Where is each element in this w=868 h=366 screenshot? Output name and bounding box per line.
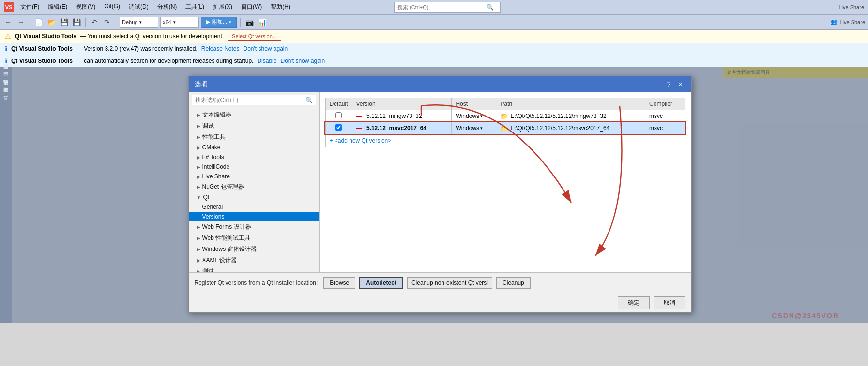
ok-button[interactable]: 确定 xyxy=(618,296,650,309)
run-dropdown-icon: ▾ xyxy=(229,20,231,25)
sidebar-tab-search[interactable]: 搜索 xyxy=(1,77,11,85)
sidebar-tab-run[interactable]: 运行和调试 xyxy=(1,92,11,100)
run-label: 附加... xyxy=(212,18,227,26)
release-notes-link[interactable]: Release Notes xyxy=(201,45,240,52)
toolbar-redo[interactable]: ↷ xyxy=(102,17,112,28)
sidebar-tab-git[interactable]: 源代码管理 xyxy=(1,85,11,92)
title-search-input[interactable] xyxy=(397,4,485,10)
live-share-toolbar[interactable]: 👥 Live Share xyxy=(831,19,865,25)
menu-debug[interactable]: 调试(D) xyxy=(125,2,152,12)
row2-version-label: 5.12.12_msvc2017_64 xyxy=(366,125,426,132)
run-button[interactable]: ▶ 附加... ▾ xyxy=(201,17,237,28)
cancel-button[interactable]: 取消 xyxy=(654,296,685,309)
notification-warning: ⚠ Qt Visual Studio Tools — You must sele… xyxy=(0,30,868,43)
dialog-help-button[interactable]: ? xyxy=(664,79,674,89)
toolbar-platform-dropdown[interactable]: x64 ▾ xyxy=(160,17,199,28)
cleanup-nonexistent-button[interactable]: Cleanup non-existent Qt versi xyxy=(407,277,492,289)
notif3-text: — can automatically search for developme… xyxy=(76,58,254,64)
tree-item-winforms[interactable]: ▶ Windows 窗体设计器 xyxy=(189,244,319,255)
folder-icon-1: 📁 xyxy=(500,112,508,120)
row1-path-value: E:\Qt\Qt5.12.12\5.12.12\mingw73_32 xyxy=(510,113,606,119)
tree-item-nuget[interactable]: ▶ NuGet 包管理器 xyxy=(189,181,319,192)
chevron-host1-icon[interactable]: ▾ xyxy=(480,114,483,118)
browse-button[interactable]: Browse xyxy=(323,277,355,289)
toolbar-forward[interactable]: → xyxy=(15,17,26,28)
tree-item-intellicode[interactable]: ▶ IntelliCode xyxy=(189,162,319,172)
menu-extensions[interactable]: 扩展(X) xyxy=(209,2,236,12)
menu-edit[interactable]: 编辑(E) xyxy=(44,2,71,12)
menu-git[interactable]: Git(G) xyxy=(100,2,124,12)
toolbar-config-dropdown[interactable]: Debug ▾ xyxy=(120,17,158,28)
select-qt-version-link[interactable]: Select Qt version... xyxy=(228,32,281,41)
toolbar-save[interactable]: 💾 xyxy=(59,17,69,28)
toolbar-back[interactable]: ← xyxy=(3,17,14,28)
autodetect-button[interactable]: Autodetect xyxy=(359,277,403,289)
row2-default-cell[interactable] xyxy=(325,122,352,134)
tree-search-box[interactable]: 🔍 xyxy=(192,95,316,105)
arrow-icon-13: ▶ xyxy=(197,258,200,263)
live-share-label[interactable]: Live Share xyxy=(838,4,864,10)
toolbar-sep3 xyxy=(116,18,116,27)
toolbar-open[interactable]: 📂 xyxy=(46,17,57,28)
notif2-text: — Version 3.2.0 (rev.47) was recently in… xyxy=(76,45,198,52)
sidebar-tab-explorer[interactable]: 资源管理器 xyxy=(1,69,11,77)
toolbar-undo[interactable]: ↶ xyxy=(89,17,100,28)
sidebar-tab-tools[interactable]: 工具 xyxy=(1,100,11,108)
tree-item-cmake[interactable]: ▶ CMake xyxy=(189,143,319,152)
menu-help[interactable]: 帮助(H) xyxy=(267,2,294,12)
col-header-compiler: Compiler xyxy=(645,98,685,110)
arrow-icon-12: ▶ xyxy=(197,247,200,252)
toolbar-sep1 xyxy=(30,18,30,27)
row2-default-checkbox[interactable] xyxy=(335,124,342,131)
tree-item-text-editor[interactable]: ▶ 文本编辑器 xyxy=(189,109,319,120)
chevron-host2-icon[interactable]: ▾ xyxy=(480,126,483,131)
dont-show-again-link-1[interactable]: Don't show again xyxy=(244,45,288,52)
dont-show-again-link-2[interactable]: Don't show again xyxy=(280,58,325,64)
dialog-title-bar: 选项 ? × xyxy=(189,76,691,92)
menu-view[interactable]: 视图(V) xyxy=(72,2,99,12)
tree-item-qt[interactable]: ▼ Qt xyxy=(189,192,319,202)
tree-search-input[interactable] xyxy=(195,97,304,103)
tree-item-debug[interactable]: ▶ 调试 xyxy=(189,120,319,132)
cleanup-button[interactable]: Cleanup xyxy=(496,277,531,289)
tree-item-test[interactable]: ▶ 测试 xyxy=(189,266,319,272)
menu-window[interactable]: 窗口(W) xyxy=(237,2,266,12)
tree-item-xaml[interactable]: ▶ XAML 设计器 xyxy=(189,255,319,266)
disable-link[interactable]: Disable xyxy=(257,58,276,64)
tree-item-webforms[interactable]: ▶ Web Forms 设计器 xyxy=(189,221,319,233)
chevron-down-icon-2: ▾ xyxy=(173,20,176,25)
tree-item-qt-general[interactable]: General xyxy=(189,202,319,212)
table-row[interactable]: — 5.12.12_mingw73_32 Windows ▾ xyxy=(325,110,685,122)
arrow-icon-6: ▶ xyxy=(197,164,200,170)
dialog-footer: Register Qt versions from a Qt installer… xyxy=(189,272,691,293)
tree-item-perf[interactable]: ▶ 性能工具 xyxy=(189,132,319,143)
search-icon: 🔍 xyxy=(487,4,494,11)
dialog-close-button[interactable]: × xyxy=(676,79,685,89)
title-search-box[interactable]: 🔍 xyxy=(394,2,501,13)
tree-item-label-16: 测试 xyxy=(202,267,214,272)
tree-item-liveshare[interactable]: ▶ Live Share xyxy=(189,172,319,181)
row1-version-label: 5.12.12_mingw73_32 xyxy=(366,113,422,119)
title-bar: VS 文件(F) 编辑(E) 视图(V) Git(G) 调试(D) 分析(N) … xyxy=(0,0,868,15)
dialog-backdrop: 选项 ? × 🔍 ▶ 文 xyxy=(12,67,868,323)
tree-item-fsharp[interactable]: ▶ F# Tools xyxy=(189,152,319,162)
menu-file[interactable]: 文件(F) xyxy=(16,2,43,12)
menu-tools[interactable]: 工具(L) xyxy=(182,2,208,12)
add-version-row[interactable]: + <add new Qt version> xyxy=(325,134,685,147)
table-row[interactable]: — 5.12.12_msvc2017_64 Windows ▾ xyxy=(325,122,685,134)
dialog-title: 选项 xyxy=(195,80,207,88)
tree-search-icon: 🔍 xyxy=(305,97,313,103)
toolbar-screenshot[interactable]: 📷 xyxy=(244,17,255,28)
notif2-brand: Qt Visual Studio Tools xyxy=(11,45,73,52)
row1-default-cell[interactable] xyxy=(325,110,352,122)
toolbar-chart[interactable]: 📊 xyxy=(257,17,267,28)
toolbar-new[interactable]: 📄 xyxy=(33,17,44,28)
menu-analyze[interactable]: 分析(N) xyxy=(153,2,181,12)
toolbar-save-all[interactable]: 💾 xyxy=(71,17,82,28)
tree-item-webperf[interactable]: ▶ Web 性能测试工具 xyxy=(189,233,319,244)
tree-item-qt-versions[interactable]: Versions xyxy=(189,212,319,221)
add-version-label[interactable]: + <add new Qt version> xyxy=(330,137,392,144)
add-version-cell[interactable]: + <add new Qt version> xyxy=(325,134,685,147)
arrow-icon: ▶ xyxy=(197,112,200,117)
row1-default-checkbox[interactable] xyxy=(335,112,342,118)
